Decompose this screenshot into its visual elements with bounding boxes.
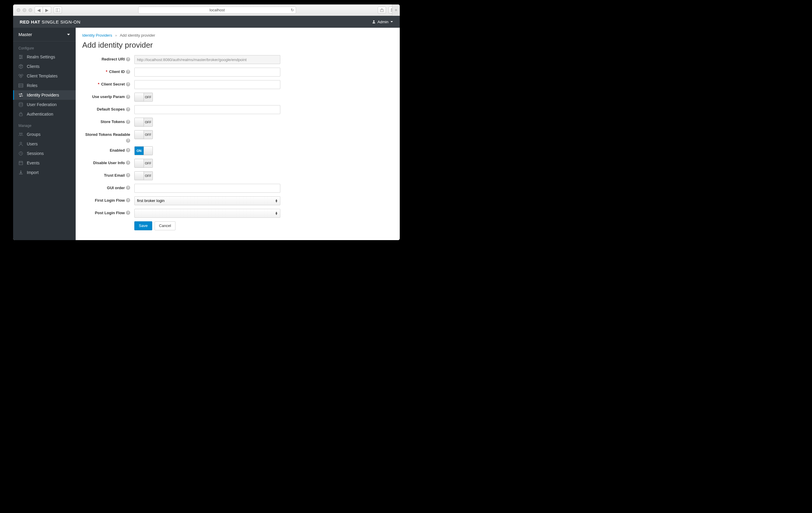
help-icon[interactable]: ? (126, 210, 130, 215)
sidebar-section-configure: Configure (13, 41, 76, 52)
svg-rect-11 (19, 114, 22, 116)
sidebar-item-label: Sessions (27, 151, 44, 156)
help-icon[interactable]: ? (126, 173, 130, 177)
label-client-id: *Client ID? (82, 68, 134, 74)
zoom-dot[interactable] (29, 8, 32, 12)
sidebar-item-client-templates[interactable]: Client Templates (13, 71, 76, 81)
toggle-enabled[interactable]: ON (134, 146, 153, 155)
toggle-use-userip[interactable]: OFF (134, 93, 153, 102)
label-enabled: Enabled? (82, 146, 134, 152)
label-gui-order: GUI order? (82, 184, 134, 190)
sidebar-item-label: Events (27, 161, 39, 165)
help-icon[interactable]: ? (126, 57, 130, 61)
cancel-button[interactable]: Cancel (154, 221, 175, 230)
input-redirect-uri[interactable] (134, 55, 280, 64)
sidebar: Master Configure Realm Settings Clients … (13, 28, 76, 240)
topbar: RED HAT SINGLE SIGN-ON Admin (13, 16, 400, 28)
row-client-id: *Client ID? (82, 68, 393, 77)
input-client-id[interactable] (134, 68, 280, 77)
user-icon (372, 20, 376, 24)
sidebar-item-users[interactable]: Users (13, 139, 76, 149)
page-title: Add identity provider (82, 40, 393, 50)
label-trust-email: Trust Email? (82, 171, 134, 177)
share-button[interactable] (378, 6, 386, 14)
realm-selector[interactable]: Master (13, 28, 76, 41)
sidebar-item-identity-providers[interactable]: Identity Providers (13, 90, 76, 100)
help-icon[interactable]: ? (126, 186, 130, 190)
help-icon[interactable]: ? (126, 120, 130, 124)
toggle-disable-user-info[interactable]: OFF (134, 159, 153, 168)
select-post-login-flow[interactable] (134, 209, 280, 218)
input-client-secret[interactable] (134, 80, 280, 89)
sidebar-item-label: Roles (27, 83, 37, 88)
svg-rect-9 (19, 84, 23, 87)
url-bar[interactable]: localhost ↻ (138, 6, 296, 14)
user-menu[interactable]: Admin (372, 20, 393, 24)
help-icon[interactable]: ? (126, 95, 130, 99)
svg-point-8 (20, 58, 21, 59)
sidebar-item-sessions[interactable]: Sessions (13, 149, 76, 158)
browser-chrome: ◀ ▶ localhost ↻ + (13, 4, 400, 16)
sidebar-item-label: Users (27, 142, 38, 146)
back-button[interactable]: ◀ (34, 6, 43, 14)
sidebar-item-events[interactable]: Events (13, 158, 76, 168)
user-icon (19, 142, 23, 146)
svg-point-6 (20, 55, 21, 56)
reload-icon[interactable]: ↻ (291, 8, 294, 12)
cube-icon (19, 64, 23, 69)
svg-point-7 (22, 57, 22, 57)
sidebar-item-clients[interactable]: Clients (13, 62, 76, 71)
toggle-stored-tokens-readable[interactable]: OFF (134, 130, 153, 139)
help-icon[interactable]: ? (126, 161, 130, 165)
sidebar-section-manage: Manage (13, 119, 76, 130)
sidebar-item-authentication[interactable]: Authentication (13, 109, 76, 119)
sidebar-item-realm-settings[interactable]: Realm Settings (13, 52, 76, 62)
toggle-trust-email[interactable]: OFF (134, 171, 153, 180)
help-icon[interactable]: ? (126, 82, 130, 86)
sliders-icon (19, 55, 23, 59)
breadcrumb-root[interactable]: Identity Providers (82, 33, 112, 37)
row-use-userip: Use userIp Param? OFF (82, 93, 393, 102)
label-redirect-uri: Redirect URI? (82, 55, 134, 61)
input-gui-order[interactable] (134, 184, 280, 193)
minimize-dot[interactable] (23, 8, 26, 12)
chevron-down-icon (390, 20, 393, 23)
sidebar-item-label: Identity Providers (27, 93, 59, 97)
toggle-store-tokens[interactable]: OFF (134, 118, 153, 126)
help-icon[interactable]: ? (126, 139, 130, 143)
sidebar-item-label: User Federation (27, 102, 57, 107)
brand: RED HAT SINGLE SIGN-ON (20, 19, 81, 24)
sidebar-toggle-button[interactable] (54, 6, 62, 14)
body: Master Configure Realm Settings Clients … (13, 28, 400, 240)
label-client-secret: *Client Secret? (82, 80, 134, 86)
sidebar-item-import[interactable]: Import (13, 168, 76, 177)
help-icon[interactable]: ? (126, 70, 130, 74)
sidebar-item-label: Realm Settings (27, 55, 55, 59)
label-use-userip: Use userIp Param? (82, 93, 134, 99)
help-icon[interactable]: ? (126, 198, 130, 202)
close-dot[interactable] (17, 8, 20, 12)
select-first-login-flow[interactable]: first broker login (134, 196, 280, 205)
input-default-scopes[interactable] (134, 105, 280, 114)
svg-point-5 (373, 21, 375, 22)
brand-bold: RED HAT (20, 19, 40, 24)
row-default-scopes: Default Scopes? (82, 105, 393, 114)
svg-point-10 (19, 103, 23, 104)
sidebar-item-groups[interactable]: Groups (13, 130, 76, 139)
sidebar-item-label: Authentication (27, 112, 53, 116)
forward-button[interactable]: ▶ (43, 6, 51, 14)
row-disable-user-info: Disable User Info? OFF (82, 159, 393, 168)
sidebar-item-roles[interactable]: Roles (13, 81, 76, 90)
new-tab-button[interactable]: + (392, 4, 400, 16)
row-trust-email: Trust Email? OFF (82, 171, 393, 180)
content: Identity Providers » Add identity provid… (76, 28, 400, 240)
label-first-login-flow: First Login Flow? (82, 196, 134, 203)
svg-point-12 (19, 133, 21, 134)
help-icon[interactable]: ? (126, 148, 130, 152)
row-first-login-flow: First Login Flow? first broker login▲▼ (82, 196, 393, 205)
help-icon[interactable]: ? (126, 107, 130, 111)
sidebar-item-user-federation[interactable]: User Federation (13, 100, 76, 109)
save-button[interactable]: Save (134, 221, 152, 230)
sidebar-item-label: Groups (27, 132, 40, 137)
sidebar-item-label: Clients (27, 64, 39, 69)
